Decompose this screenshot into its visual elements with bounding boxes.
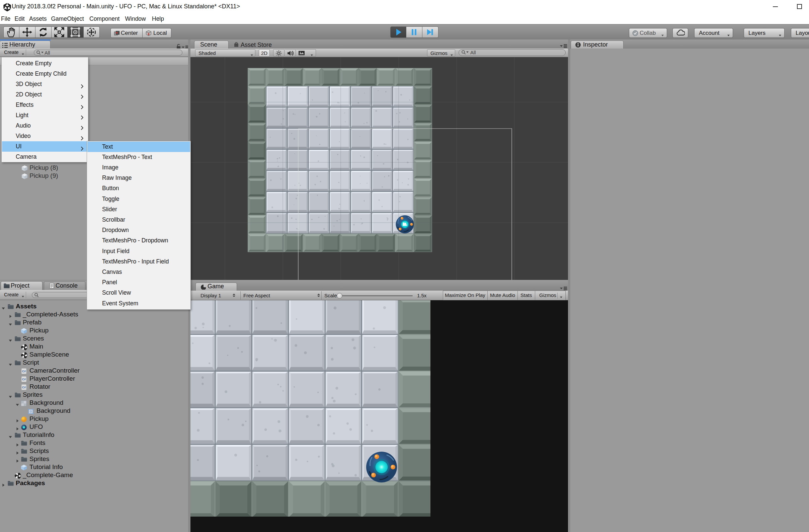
svg-text:C#: C# — [22, 378, 26, 381]
svg-text:C#: C# — [22, 370, 26, 373]
svg-text:C#: C# — [22, 386, 26, 389]
